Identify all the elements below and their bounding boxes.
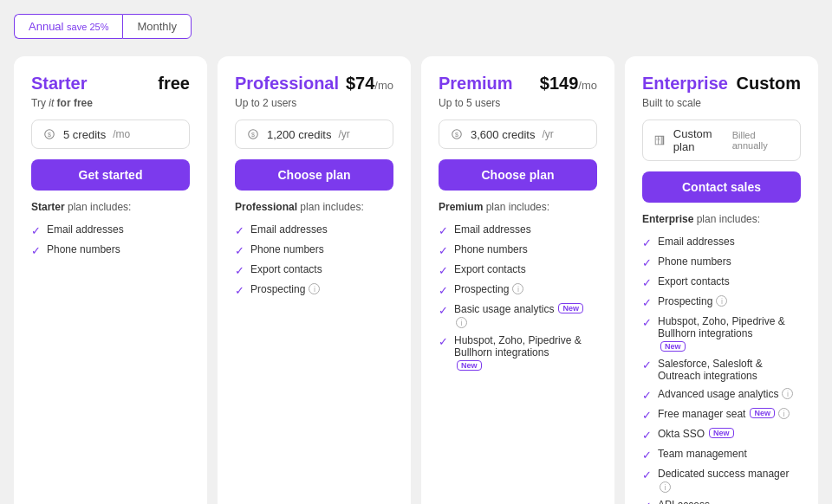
list-item: ✓Phone numbers: [642, 255, 801, 269]
new-badge: New: [660, 341, 686, 352]
annual-tab[interactable]: Annual save 25%: [14, 14, 122, 39]
plan-price-premium: $149/mo: [540, 74, 597, 94]
feature-text: Phone numbers: [454, 243, 597, 255]
check-icon: ✓: [642, 256, 652, 269]
list-item: ✓Export contacts: [235, 263, 393, 277]
list-item: ✓Phone numbers: [439, 243, 597, 257]
feature-text: Free manager seat New i: [658, 408, 801, 420]
list-item: ✓Export contacts: [642, 275, 801, 289]
new-badge: New: [558, 303, 583, 313]
info-icon[interactable]: i: [512, 283, 523, 294]
list-item: ✓Phone numbers: [31, 243, 190, 257]
check-icon: ✓: [642, 359, 652, 372]
features-list-starter: ✓Email addresses✓Phone numbers: [31, 223, 190, 257]
check-icon: ✓: [642, 236, 652, 249]
info-icon[interactable]: i: [782, 388, 793, 399]
list-item: ✓Dedicated success manager i: [642, 468, 801, 493]
plan-name-professional: Professional: [235, 74, 339, 94]
check-icon: ✓: [642, 429, 652, 442]
svg-text:$: $: [455, 132, 458, 138]
check-icon: ✓: [439, 335, 448, 348]
plan-card-enterprise: EnterpriseCustomBuilt to scaleCustom pla…: [625, 56, 818, 504]
cta-button-enterprise[interactable]: Contact sales: [642, 171, 801, 203]
annual-label: Annual: [29, 20, 63, 33]
check-icon: ✓: [642, 276, 652, 289]
billing-toggle: Annual save 25% Monthly: [14, 14, 818, 39]
plan-card-professional: Professional$74/moUp to 2 users$1,200 cr…: [218, 56, 411, 504]
plan-price-enterprise: Custom: [737, 74, 801, 94]
list-item: ✓Email addresses: [235, 223, 393, 237]
credits-icon: $: [42, 127, 56, 141]
check-icon: ✓: [31, 224, 41, 237]
info-icon[interactable]: i: [716, 295, 727, 307]
check-icon: ✓: [642, 449, 652, 462]
billed-annually: Billed annually: [732, 130, 790, 151]
feature-text: Hubspot, Zoho, Pipedrive & Bullhorn inte…: [454, 334, 597, 371]
check-icon: ✓: [642, 389, 652, 402]
feature-text: Email addresses: [658, 236, 801, 248]
check-icon: ✓: [642, 296, 652, 309]
info-icon[interactable]: i: [309, 283, 320, 294]
new-badge: New: [750, 408, 775, 418]
feature-text: Salesforce, Salesloft & Outreach integra…: [658, 358, 801, 382]
feature-text: Prospecting i: [658, 295, 801, 307]
feature-text: Prospecting i: [250, 283, 393, 295]
credits-box-starter: $5 credits/mo: [31, 120, 190, 149]
check-icon: ✓: [439, 284, 448, 297]
list-item: ✓Hubspot, Zoho, Pipedrive & Bullhorn int…: [439, 334, 597, 371]
new-badge: New: [709, 428, 734, 438]
check-icon: ✓: [235, 244, 244, 257]
cta-button-professional[interactable]: Choose plan: [235, 159, 393, 191]
feature-text: Okta SSO New: [658, 428, 801, 440]
feature-text: Export contacts: [250, 263, 393, 275]
svg-text:$: $: [251, 132, 255, 138]
features-list-premium: ✓Email addresses✓Phone numbers✓Export co…: [439, 223, 597, 371]
plan-subtitle-professional: Up to 2 users: [235, 97, 393, 109]
monthly-label: Monthly: [137, 20, 177, 33]
check-icon: ✓: [642, 409, 652, 422]
feature-text: Prospecting i: [454, 283, 597, 295]
list-item: ✓Phone numbers: [235, 243, 393, 257]
list-item: ✓Salesforce, Salesloft & Outreach integr…: [642, 358, 801, 382]
plan-subtitle-starter: Try it for free: [31, 97, 190, 109]
plan-header-professional: Professional$74/mo: [235, 74, 393, 94]
list-item: ✓Basic usage analytics New i: [439, 303, 597, 328]
cta-button-starter[interactable]: Get started: [31, 159, 190, 191]
feature-text: Team management: [658, 448, 801, 460]
check-icon: ✓: [235, 264, 244, 277]
cta-button-premium[interactable]: Choose plan: [439, 159, 597, 191]
plan-header-enterprise: EnterpriseCustom: [642, 74, 801, 94]
custom-plan-label: Custom plan: [673, 127, 732, 153]
includes-label-starter: Starter plan includes:: [31, 201, 190, 213]
list-item: ✓Okta SSO New: [642, 428, 801, 442]
info-icon[interactable]: i: [778, 408, 790, 419]
custom-plan-box: Custom planBilled annually: [642, 120, 801, 161]
plans-grid: StarterfreeTry it for free$5 credits/moG…: [14, 56, 818, 504]
info-icon[interactable]: i: [456, 317, 467, 328]
feature-text: Phone numbers: [658, 255, 801, 268]
check-icon: ✓: [642, 468, 652, 481]
new-badge: New: [457, 360, 482, 371]
feature-text: Email addresses: [250, 223, 393, 236]
credits-amount-professional: 1,200 credits: [267, 128, 331, 141]
plan-name-premium: Premium: [439, 74, 513, 94]
feature-text: Advanced usage analytics i: [658, 388, 801, 400]
feature-text: Email addresses: [47, 223, 190, 236]
feature-text: Hubspot, Zoho, Pipedrive & Bullhorn inte…: [658, 315, 801, 352]
save-badge: save 25%: [67, 22, 108, 32]
check-icon: ✓: [439, 244, 448, 257]
credits-amount-premium: 3,600 credits: [471, 128, 535, 141]
list-item: ✓Prospecting i: [235, 283, 393, 297]
credits-box-professional: $1,200 credits/yr: [235, 120, 393, 149]
feature-text: Email addresses: [454, 223, 597, 236]
feature-text: Export contacts: [658, 275, 801, 288]
monthly-tab[interactable]: Monthly: [122, 14, 192, 39]
building-icon: [653, 133, 666, 147]
credits-period-premium: /yr: [542, 128, 553, 140]
list-item: ✓Email addresses: [642, 236, 801, 249]
info-icon[interactable]: i: [660, 481, 671, 493]
plan-card-starter: StarterfreeTry it for free$5 credits/moG…: [14, 56, 207, 504]
plan-name-enterprise: Enterprise: [642, 74, 728, 94]
check-icon: ✓: [642, 500, 652, 504]
check-icon: ✓: [235, 224, 244, 237]
